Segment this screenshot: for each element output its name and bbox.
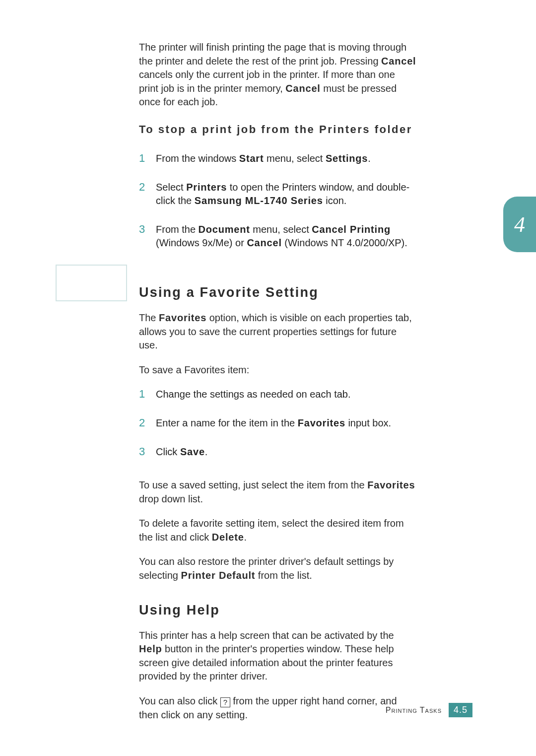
intro-paragraph: The printer will finish printing the pag… <box>139 41 417 109</box>
text: input box. <box>345 417 391 428</box>
margin-placeholder-box <box>56 265 127 301</box>
text: menu, select <box>250 224 312 235</box>
favorites-term: Favorites <box>367 480 415 490</box>
cancel-term: Cancel <box>247 237 281 248</box>
text: The <box>139 312 159 323</box>
text: The printer will finish printing the pag… <box>139 42 406 67</box>
text: . <box>244 532 247 543</box>
text: button in the printer's properties windo… <box>139 643 394 682</box>
text: from the list. <box>255 570 312 581</box>
favorites-term: Favorites <box>298 417 345 428</box>
cancel-printing-term: Cancel Printing <box>312 224 391 235</box>
steps-stop-print-job: From the windows Start menu, select Sett… <box>139 152 417 265</box>
text: Click <box>156 446 180 457</box>
text: From the windows <box>156 153 239 164</box>
document-term: Document <box>199 224 250 235</box>
step-item: From the Document menu, select Cancel Pr… <box>139 223 417 265</box>
help-paragraph-2: You can also click ? from the upper righ… <box>139 694 417 722</box>
text: icon. <box>323 195 347 206</box>
chapter-number: 4 <box>514 212 525 237</box>
save-term: Save <box>180 446 205 457</box>
heading-using-help: Using Help <box>139 603 417 618</box>
chapter-tab: 4 <box>503 197 536 252</box>
footer-section-label: Printing Tasks <box>386 706 442 715</box>
delete-term: Delete <box>212 532 244 543</box>
text: Change the settings as needed on each ta… <box>156 389 351 400</box>
fav-paragraph-1: The Favorites option, which is visible o… <box>139 311 417 352</box>
model-term: Samsung ML-1740 Series <box>195 195 323 206</box>
text: From the <box>156 224 199 235</box>
fav-paragraph-3: To use a saved setting, just select the … <box>139 479 417 506</box>
subheading-stop-print-job: To stop a print job from the Printers fo… <box>139 123 417 136</box>
page-footer: Printing Tasks 4.5 <box>386 703 472 717</box>
fav-paragraph-5: You can also restore the printer driver'… <box>139 555 417 582</box>
text: You can also click <box>139 695 220 706</box>
step-item: From the windows Start menu, select Sett… <box>139 152 417 181</box>
favorites-term: Favorites <box>159 312 206 323</box>
step-item: Change the settings as needed on each ta… <box>139 388 417 416</box>
text: Enter a name for the item in the <box>156 417 298 428</box>
text: drop down list. <box>139 493 203 504</box>
help-term: Help <box>139 643 162 654</box>
cancel-term: Cancel <box>285 83 320 94</box>
text: (Windows 9x/Me) or <box>156 237 247 248</box>
page-content: The printer will finish printing the pag… <box>139 41 417 733</box>
step-item: Select Printers to open the Printers win… <box>139 181 417 223</box>
cancel-term: Cancel <box>381 56 416 67</box>
step-item: Enter a name for the item in the Favorit… <box>139 416 417 445</box>
settings-term: Settings <box>326 153 368 164</box>
question-mark-icon: ? <box>220 697 230 707</box>
start-term: Start <box>239 153 264 164</box>
help-paragraph-1: This printer has a help screen that can … <box>139 629 417 684</box>
footer-page-number: 4.5 <box>449 703 472 717</box>
printer-default-term: Printer Default <box>181 570 256 581</box>
heading-favorite-setting: Using a Favorite Setting <box>139 285 417 300</box>
text: (Windows NT 4.0/2000/XP). <box>282 237 407 248</box>
steps-save-favorite: Change the settings as needed on each ta… <box>139 388 417 474</box>
text: . <box>205 446 208 457</box>
text: This printer has a help screen that can … <box>139 630 394 641</box>
fav-paragraph-4: To delete a favorite setting item, selec… <box>139 517 417 544</box>
fav-paragraph-2: To save a Favorites item: <box>139 363 417 377</box>
text: To use a saved setting, just select the … <box>139 480 367 490</box>
text: . <box>368 153 371 164</box>
text: menu, select <box>264 153 326 164</box>
step-item: Click Save. <box>139 445 417 474</box>
text: To delete a favorite setting item, selec… <box>139 518 404 543</box>
printers-term: Printers <box>186 182 227 193</box>
text: Select <box>156 182 186 193</box>
